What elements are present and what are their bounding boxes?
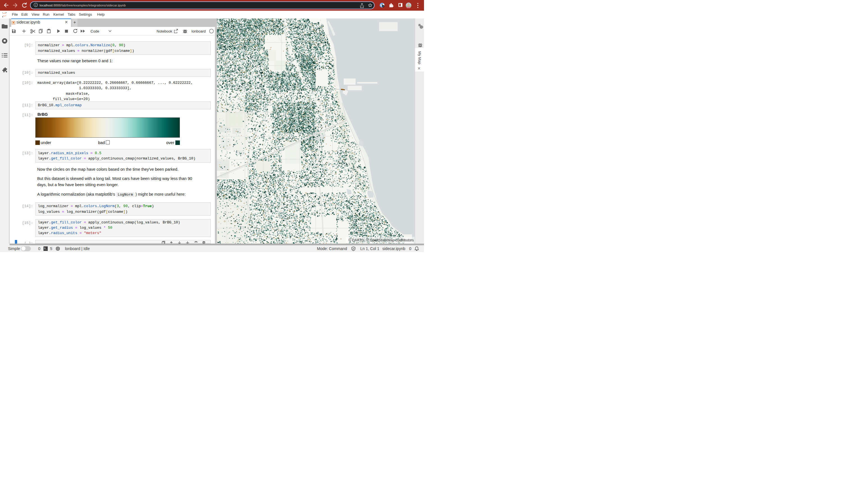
- svg-text:lonboard: lonboard: [191, 29, 206, 33]
- svg-text:Code: Code: [90, 29, 99, 33]
- svg-text:Notebook: Notebook: [157, 29, 172, 33]
